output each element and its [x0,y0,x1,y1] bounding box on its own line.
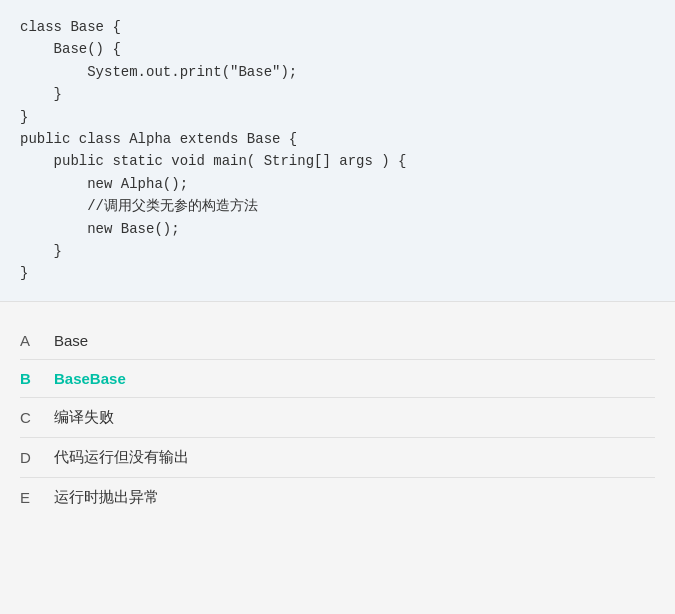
code-line-5: } [20,109,28,125]
option-e-letter: E [20,489,44,506]
code-line-10: new Base(); [20,221,180,237]
code-line-9: //调用父类无参的构造方法 [20,198,258,214]
code-line-6: public class Alpha extends Base { [20,131,297,147]
option-b-letter: B [20,370,44,387]
option-b-text: BaseBase [54,370,126,387]
option-c[interactable]: C 编译失败 [20,398,655,437]
code-line-7: public static void main( String[] args )… [20,153,406,169]
option-a-letter: A [20,332,44,349]
option-d-letter: D [20,449,44,466]
option-a-text: Base [54,332,88,349]
code-content: class Base { Base() { System.out.print("… [20,16,655,285]
option-d-text: 代码运行但没有输出 [54,448,189,467]
option-e[interactable]: E 运行时抛出异常 [20,478,655,517]
options-block: A Base B BaseBase C 编译失败 D 代码运行但没有输出 E 运… [0,302,675,527]
code-line-2: Base() { [20,41,121,57]
code-line-3: System.out.print("Base"); [20,64,297,80]
option-a[interactable]: A Base [20,322,655,359]
code-line-1: class Base { [20,19,121,35]
option-b[interactable]: B BaseBase [20,360,655,397]
option-c-text: 编译失败 [54,408,114,427]
option-c-letter: C [20,409,44,426]
code-block: class Base { Base() { System.out.print("… [0,0,675,302]
option-e-text: 运行时抛出异常 [54,488,159,507]
code-line-12: } [20,265,28,281]
code-line-8: new Alpha(); [20,176,188,192]
option-d[interactable]: D 代码运行但没有输出 [20,438,655,477]
code-line-11: } [20,243,62,259]
code-line-4: } [20,86,62,102]
